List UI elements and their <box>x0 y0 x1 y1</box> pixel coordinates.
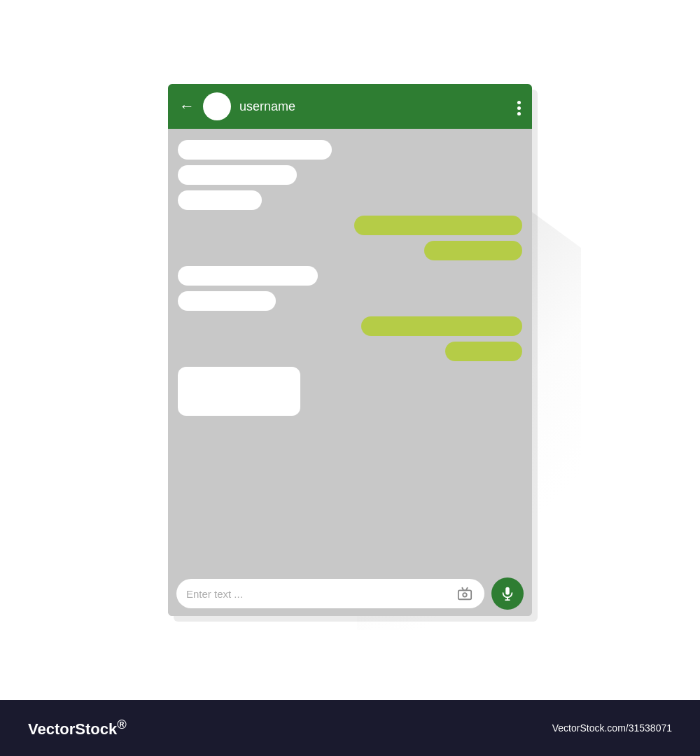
message-bubble <box>178 291 276 311</box>
message-row <box>178 342 522 361</box>
message-row <box>178 367 522 416</box>
text-input-container[interactable]: Enter text ... <box>176 579 484 608</box>
message-row <box>178 190 522 210</box>
dot1 <box>517 101 521 104</box>
input-area: Enter text ... <box>168 571 532 616</box>
message-row <box>178 216 522 235</box>
watermark-bar: VectorStock® VectorStock.com/31538071 <box>0 700 700 756</box>
avatar <box>203 92 231 120</box>
message-row <box>178 291 522 311</box>
phone-container: ← username <box>168 84 532 616</box>
message-bubble <box>178 266 318 286</box>
svg-rect-0 <box>458 590 471 599</box>
text-input-placeholder: Enter text ... <box>186 588 449 600</box>
message-bubble <box>361 316 522 336</box>
message-row <box>178 266 522 286</box>
dot3 <box>517 112 521 115</box>
message-row <box>178 140 522 160</box>
dot2 <box>517 106 521 110</box>
svg-rect-2 <box>505 587 510 595</box>
svg-point-1 <box>463 593 467 597</box>
camera-icon[interactable] <box>455 584 475 603</box>
message-bubble <box>445 342 522 361</box>
message-bubble <box>178 140 332 160</box>
reg-mark: ® <box>117 717 127 732</box>
message-bubble <box>354 216 522 235</box>
message-bubble <box>178 190 262 210</box>
brand-name: VectorStock® <box>28 717 127 738</box>
message-bubble <box>178 367 300 416</box>
chat-area <box>168 129 532 571</box>
message-row <box>178 241 522 260</box>
chat-header: ← username <box>168 84 532 129</box>
message-bubble <box>424 241 522 260</box>
more-options-button[interactable] <box>517 84 521 129</box>
page-background: ← username <box>0 0 700 700</box>
back-button[interactable]: ← <box>179 97 195 115</box>
message-row <box>178 316 522 336</box>
username-label: username <box>239 99 509 114</box>
watermark-url: VectorStock.com/31538071 <box>552 722 672 734</box>
message-bubble <box>178 165 297 185</box>
message-row <box>178 165 522 185</box>
mic-button[interactable] <box>491 578 524 610</box>
